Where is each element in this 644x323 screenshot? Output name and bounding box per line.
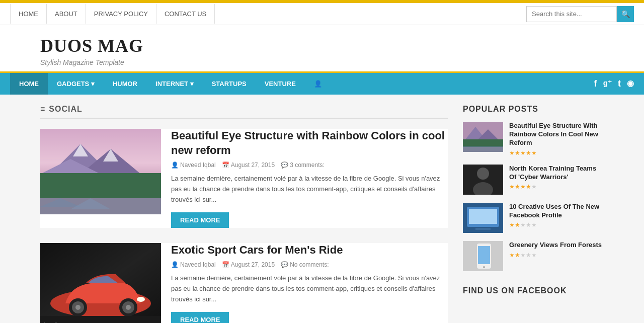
nav-main-gadgets[interactable]: GADGETS ▾ bbox=[48, 73, 104, 95]
section-title-social: SOCIAL bbox=[49, 105, 82, 114]
popular-body-2: North Korea Training Teams Of 'Cyber War… bbox=[509, 165, 604, 191]
popular-thumb-1 bbox=[463, 122, 503, 152]
svg-rect-6 bbox=[40, 173, 161, 198]
comment-icon-1: 💬 bbox=[281, 162, 288, 169]
popular-item-2: North Korea Training Teams Of 'Cyber War… bbox=[463, 165, 604, 195]
popular-body-1: Beautiful Eye Structure With Rainbow Col… bbox=[509, 122, 604, 156]
person-icon-2: 👤 bbox=[171, 261, 179, 268]
search-wrap: 🔍 bbox=[526, 6, 634, 22]
nav-main-home[interactable]: HOME bbox=[10, 73, 48, 95]
svg-rect-35 bbox=[478, 246, 490, 264]
facebook-icon[interactable]: f bbox=[594, 78, 597, 89]
twitter-icon[interactable]: t bbox=[618, 78, 621, 89]
comments-1: 💬 3 comments: bbox=[281, 162, 325, 169]
popular-thumb-3 bbox=[463, 203, 503, 233]
find-us-facebook-title: FIND US ON FACEBOOK bbox=[463, 286, 604, 295]
popular-title-3: 10 Creative Uses Of The New Facebook Pro… bbox=[509, 203, 604, 220]
nav-main-internet[interactable]: INTERNET ▾ bbox=[146, 73, 203, 95]
article-body-1: Beautiful Eye Structure with Rainbow Col… bbox=[171, 129, 448, 228]
main-nav: HOME GADGETS ▾ HUMOR INTERNET ▾ STARTUPS… bbox=[0, 73, 644, 95]
site-subtitle: Stylish Magazine Template bbox=[40, 58, 604, 66]
read-more-2[interactable]: READ MORE bbox=[171, 312, 229, 323]
author-2: 👤 Naveed Iqbal bbox=[171, 261, 216, 268]
article-thumb-2: tiancollege.com bbox=[40, 243, 161, 323]
popular-item-1: Beautiful Eye Structure With Rainbow Col… bbox=[463, 122, 604, 156]
date-1: 📅 August 27, 2015 bbox=[222, 162, 275, 169]
popular-item-3: 10 Creative Uses Of The New Facebook Pro… bbox=[463, 203, 604, 233]
article-excerpt-2: La semaine dernière, certainement volé p… bbox=[171, 273, 448, 304]
top-nav: HOME ABOUT PRIVACY POLICY CONTACT US bbox=[10, 4, 215, 24]
stars-1: ★★★★★ bbox=[509, 149, 604, 156]
rss-icon[interactable]: ◉ bbox=[627, 78, 634, 89]
nav-main-venture[interactable]: VENTURE bbox=[256, 73, 305, 95]
svg-rect-24 bbox=[463, 139, 503, 147]
calendar-icon-2: 📅 bbox=[222, 261, 229, 268]
svg-rect-25 bbox=[463, 146, 503, 152]
date-2: 📅 August 27, 2015 bbox=[222, 261, 275, 268]
article-title-1[interactable]: Beautiful Eye Structure with Rainbow Col… bbox=[171, 129, 448, 157]
popular-title-4: Greenery Views From Forests bbox=[509, 241, 604, 250]
main-nav-left: HOME GADGETS ▾ HUMOR INTERNET ▾ STARTUPS… bbox=[10, 73, 331, 95]
author-1: 👤 Naveed Iqbal bbox=[171, 162, 216, 169]
article-body-2: Exotic Sport Cars for Men's Ride 👤 Navee… bbox=[171, 243, 448, 323]
svg-rect-32 bbox=[475, 228, 491, 230]
stars-2: ★★★★★ bbox=[509, 183, 604, 190]
svg-point-14 bbox=[75, 305, 80, 310]
popular-thumb-2 bbox=[463, 165, 503, 195]
top-bar: HOME ABOUT PRIVACY POLICY CONTACT US 🔍 bbox=[0, 3, 644, 25]
list-icon: ≡ bbox=[40, 105, 45, 114]
popular-body-3: 10 Creative Uses Of The New Facebook Pro… bbox=[509, 203, 604, 229]
article-meta-2: 👤 Naveed Iqbal 📅 August 27, 2015 💬 No co… bbox=[171, 261, 448, 268]
article-card-2: tiancollege.com Exotic Sport Cars for Me… bbox=[40, 243, 448, 323]
article-excerpt-1: La semaine dernière, certainement volé p… bbox=[171, 174, 448, 205]
search-input[interactable] bbox=[526, 6, 617, 22]
popular-body-4: Greenery Views From Forests ★★★★★ bbox=[509, 241, 604, 259]
comments-2: 💬 No comments: bbox=[281, 261, 329, 268]
nav-main-humor[interactable]: HUMOR bbox=[104, 73, 146, 95]
section-header-social: ≡ SOCIAL bbox=[40, 105, 448, 119]
popular-posts-title: POPULAR POSTS bbox=[463, 105, 604, 114]
svg-point-18 bbox=[137, 297, 145, 302]
main-container: ≡ SOCIAL bbox=[30, 95, 614, 323]
stars-3: ★★★★★ bbox=[509, 221, 604, 228]
nav-privacy[interactable]: PRIVACY POLICY bbox=[86, 4, 156, 24]
popular-posts-section: POPULAR POSTS Beautiful Eye Structure Wi… bbox=[463, 105, 604, 271]
nav-contact[interactable]: CONTACT US bbox=[156, 4, 215, 24]
popular-title-2: North Korea Training Teams Of 'Cyber War… bbox=[509, 165, 604, 182]
stars-4: ★★★★★ bbox=[509, 252, 604, 259]
article-title-2[interactable]: Exotic Sport Cars for Men's Ride bbox=[171, 243, 448, 258]
svg-point-17 bbox=[126, 305, 131, 310]
site-title: DUOS MAG bbox=[40, 35, 604, 56]
popular-title-1: Beautiful Eye Structure With Rainbow Col… bbox=[509, 122, 604, 147]
search-button[interactable]: 🔍 bbox=[617, 6, 634, 22]
site-header: DUOS MAG Stylish Magazine Template bbox=[0, 25, 644, 73]
nav-main-startups[interactable]: STARTUPS bbox=[203, 73, 256, 95]
calendar-icon-1: 📅 bbox=[222, 162, 229, 169]
nav-home[interactable]: HOME bbox=[10, 4, 47, 24]
nav-about[interactable]: ABOUT bbox=[47, 4, 86, 24]
googleplus-icon[interactable]: g⁺ bbox=[603, 78, 612, 89]
svg-rect-31 bbox=[469, 209, 497, 224]
person-icon-1: 👤 bbox=[171, 162, 179, 169]
svg-point-27 bbox=[477, 168, 489, 180]
article-thumb-1 bbox=[40, 129, 161, 214]
main-nav-social: f g⁺ t ◉ bbox=[594, 78, 634, 89]
read-more-1[interactable]: READ MORE bbox=[171, 212, 229, 228]
popular-item-4: Greenery Views From Forests ★★★★★ bbox=[463, 241, 604, 271]
article-card-1: Beautiful Eye Structure with Rainbow Col… bbox=[40, 129, 448, 228]
nav-main-user[interactable]: 👤 bbox=[305, 73, 331, 95]
sidebar: POPULAR POSTS Beautiful Eye Structure Wi… bbox=[463, 105, 604, 323]
comment-icon-2: 💬 bbox=[281, 261, 288, 268]
article-meta-1: 👤 Naveed Iqbal 📅 August 27, 2015 💬 3 com… bbox=[171, 162, 448, 169]
popular-thumb-4 bbox=[463, 241, 503, 271]
svg-point-36 bbox=[483, 266, 485, 268]
main-content: ≡ SOCIAL bbox=[40, 105, 448, 323]
